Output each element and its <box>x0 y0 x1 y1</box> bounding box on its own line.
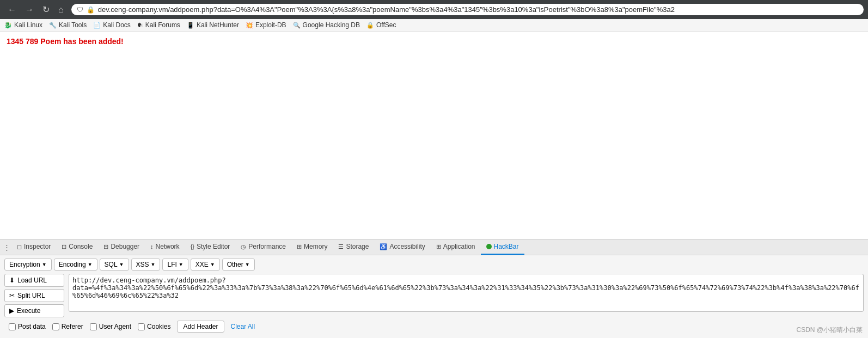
nav-buttons: ← → ↻ ⌂ <box>4 3 67 16</box>
bookmark-exploit-db[interactable]: 💥 Exploit-DB <box>246 21 286 29</box>
post-data-checkbox[interactable]: Post data <box>9 323 46 330</box>
encryption-label: Encryption <box>9 261 40 268</box>
network-icon: ↕ <box>150 243 154 250</box>
split-url-button[interactable]: ✂ Split URL <box>4 289 64 302</box>
hackbar-actions: ⬇ Load URL ✂ Split URL ▶ Execute <box>4 274 64 317</box>
tab-console-label: Console <box>69 243 93 250</box>
cookies-label: Cookies <box>147 323 170 330</box>
tab-memory[interactable]: ⊞ Memory <box>291 239 333 255</box>
devtools-tabs: ⋮ ◻ Inspector ⊡ Console ⊟ Debugger ↕ Net… <box>0 239 868 255</box>
page-message: 1345 789 Poem has been added! <box>7 37 861 46</box>
offsec-icon: 🔒 <box>366 22 374 29</box>
bookmark-google-hacking-db[interactable]: 🔍 Google Hacking DB <box>293 21 360 29</box>
lfi-label: LFI <box>167 261 176 268</box>
kali-nethunter-icon: 📱 <box>187 22 194 29</box>
debugger-icon: ⊟ <box>103 243 108 250</box>
performance-icon: ◷ <box>241 243 246 250</box>
post-data-label: Post data <box>18 323 46 330</box>
clear-all-link[interactable]: Clear All <box>231 323 255 330</box>
execute-button[interactable]: ▶ Execute <box>4 304 64 317</box>
user-agent-label: User Agent <box>99 323 131 330</box>
xxe-dropdown[interactable]: XXE ▼ <box>191 259 220 271</box>
accessibility-icon: ♿ <box>380 243 387 250</box>
tab-inspector-label: Inspector <box>24 243 51 250</box>
xxe-arrow-icon: ▼ <box>210 262 215 267</box>
bookmark-kali-tools[interactable]: 🔧 Kali Tools <box>49 21 87 29</box>
user-agent-input[interactable] <box>90 323 97 330</box>
tab-console[interactable]: ⊡ Console <box>56 239 98 255</box>
application-icon: ⊞ <box>436 243 441 250</box>
bookmark-exploit-db-label: Exploit-DB <box>255 21 286 29</box>
tab-performance-label: Performance <box>248 243 286 250</box>
kali-tools-icon: 🔧 <box>49 22 57 29</box>
execute-label: Execute <box>17 307 40 315</box>
tab-accessibility-label: Accessibility <box>389 243 425 250</box>
forward-button[interactable]: → <box>22 3 37 16</box>
shield-icon: 🛡 <box>77 6 83 14</box>
bookmark-kali-docs-label: Kali Docs <box>103 21 131 29</box>
tab-application[interactable]: ⊞ Application <box>431 239 481 255</box>
tab-hackbar[interactable]: HackBar <box>481 239 524 255</box>
split-url-icon: ✂ <box>9 292 15 299</box>
encoding-arrow-icon: ▼ <box>88 262 93 267</box>
sql-dropdown[interactable]: SQL ▼ <box>100 259 129 271</box>
load-url-button[interactable]: ⬇ Load URL <box>4 274 64 287</box>
hackbar-body: ⬇ Load URL ✂ Split URL ▶ Execute http://… <box>4 274 864 317</box>
tab-performance[interactable]: ◷ Performance <box>235 239 291 255</box>
bookmark-kali-docs[interactable]: 📄 Kali Docs <box>93 21 131 29</box>
exploit-db-icon: 💥 <box>246 22 253 29</box>
encryption-arrow-icon: ▼ <box>42 262 47 267</box>
url-textarea[interactable]: http://dev.ceng-company.vm/addpoem.php?d… <box>69 274 864 312</box>
tab-memory-label: Memory <box>304 243 327 250</box>
address-bar: 🛡 🔒 <box>71 4 864 15</box>
bookmark-offsec[interactable]: 🔒 OffSec <box>366 21 396 29</box>
storage-icon: ☰ <box>338 243 344 250</box>
lfi-dropdown[interactable]: LFI ▼ <box>162 259 188 271</box>
hackbar-panel: Encryption ▼ Encoding ▼ SQL ▼ XSS ▼ LFI <box>0 255 868 338</box>
load-url-icon: ⬇ <box>9 276 15 284</box>
encoding-dropdown[interactable]: Encoding ▼ <box>54 259 97 271</box>
tab-accessibility[interactable]: ♿ Accessibility <box>374 239 430 255</box>
referer-label: Referer <box>62 323 83 330</box>
post-data-input[interactable] <box>9 323 16 330</box>
bookmark-kali-linux[interactable]: 🐉 Kali Linux <box>4 21 42 29</box>
hackbar-toolbar: Encryption ▼ Encoding ▼ SQL ▼ XSS ▼ LFI <box>4 259 864 271</box>
style-editor-icon: {} <box>191 243 194 250</box>
page-content: 1345 789 Poem has been added! <box>0 32 868 239</box>
bookmark-kali-forums[interactable]: 🗣 Kali Forums <box>137 21 180 29</box>
cookies-checkbox[interactable]: Cookies <box>138 323 170 330</box>
tab-network[interactable]: ↕ Network <box>145 239 185 255</box>
reload-button[interactable]: ↻ <box>39 3 53 16</box>
bookmark-offsec-label: OffSec <box>376 21 396 29</box>
tab-style-editor[interactable]: {} Style Editor <box>185 239 236 255</box>
url-input[interactable] <box>98 5 858 14</box>
other-dropdown[interactable]: Other ▼ <box>222 259 255 271</box>
home-button[interactable]: ⌂ <box>55 3 67 16</box>
add-header-button[interactable]: Add Header <box>177 321 224 333</box>
lfi-arrow-icon: ▼ <box>179 262 184 267</box>
encoding-label: Encoding <box>59 261 86 268</box>
referer-checkbox[interactable]: Referer <box>52 323 83 330</box>
tab-inspector[interactable]: ◻ Inspector <box>11 239 56 255</box>
kali-linux-icon: 🐉 <box>4 22 12 29</box>
encryption-dropdown[interactable]: Encryption ▼ <box>4 259 52 271</box>
back-button[interactable]: ← <box>4 3 20 16</box>
kali-docs-icon: 📄 <box>93 22 101 29</box>
cookies-input[interactable] <box>138 323 145 330</box>
tab-hackbar-label: HackBar <box>494 243 519 250</box>
bookmark-kali-linux-label: Kali Linux <box>14 21 42 29</box>
hackbar-dot-icon <box>486 244 492 249</box>
devtools-resize-handle[interactable]: ⋮ <box>2 243 11 251</box>
bookmark-kali-nethunter[interactable]: 📱 Kali NetHunter <box>187 21 239 29</box>
xss-dropdown[interactable]: XSS ▼ <box>131 259 161 271</box>
referer-input[interactable] <box>52 323 59 330</box>
tab-application-label: Application <box>443 243 475 250</box>
devtools: ⋮ ◻ Inspector ⊡ Console ⊟ Debugger ↕ Net… <box>0 239 868 338</box>
tab-storage-label: Storage <box>346 243 369 250</box>
tab-storage[interactable]: ☰ Storage <box>333 239 374 255</box>
kali-forums-icon: 🗣 <box>137 22 143 28</box>
user-agent-checkbox[interactable]: User Agent <box>90 323 131 330</box>
inspector-icon: ◻ <box>17 243 22 250</box>
tab-debugger[interactable]: ⊟ Debugger <box>98 239 145 255</box>
lock-icon: 🔒 <box>87 6 95 14</box>
